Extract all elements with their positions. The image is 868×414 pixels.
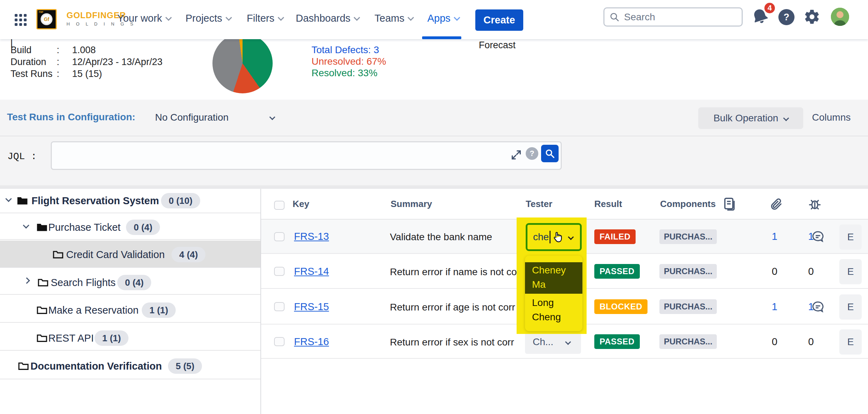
chevron-down-icon[interactable]	[568, 234, 574, 240]
defects-count[interactable]: 1	[800, 301, 821, 313]
nav-filters[interactable]: Filters	[247, 0, 282, 36]
chevron-down-icon[interactable]	[23, 222, 29, 228]
folder-outline-icon	[18, 361, 29, 370]
jql-input[interactable]	[51, 141, 562, 170]
settings-gear-icon[interactable]	[804, 8, 820, 25]
chevron-down-icon	[454, 14, 460, 21]
chevron-down-icon	[783, 115, 789, 121]
row-checkbox[interactable]	[274, 302, 285, 311]
test-steps-icon	[722, 197, 737, 211]
attachment-paperclip-icon	[769, 197, 783, 211]
nav-teams[interactable]: Teams	[374, 0, 412, 36]
result-badge[interactable]: BLOCKED	[594, 299, 648, 314]
build-row: Build:1.008	[10, 45, 96, 56]
count-badge: 4 (4)	[172, 247, 205, 262]
col-components[interactable]: Components	[660, 199, 716, 209]
summary-text: Return error if age is not corr	[390, 302, 524, 313]
chevron-right-icon[interactable]	[23, 277, 30, 284]
dropdown-option-long-cheng[interactable]: LongCheng	[525, 295, 582, 326]
issue-key-link[interactable]: FRS-13	[294, 231, 329, 242]
tree-item-make-a-reservation[interactable]: Make a Reservation 1 (1)	[0, 295, 260, 323]
tree-item-credit-card-validation[interactable]: Credit Card Validation 4 (4)	[0, 241, 260, 268]
attachments-count[interactable]: 0	[764, 336, 785, 348]
attachments-count[interactable]: 1	[764, 301, 785, 313]
user-avatar[interactable]	[831, 8, 849, 26]
nav-your-work[interactable]: Your work	[117, 0, 170, 36]
count-badge: 0 (4)	[117, 275, 151, 290]
attachments-count[interactable]: 0	[764, 266, 785, 277]
duration-row: Duration:12/Apr/23 - 13/Apr/23	[10, 57, 162, 67]
components-pill: PURCHAS...	[659, 299, 717, 314]
row-checkbox[interactable]	[274, 232, 285, 241]
folder-icon	[36, 222, 48, 231]
help-icon[interactable]: ?	[778, 9, 794, 25]
execute-button[interactable]: E	[839, 294, 862, 320]
defects-count[interactable]: 1	[800, 231, 821, 242]
nav-dashboards[interactable]: Dashboards	[296, 0, 358, 36]
tree-item-search-flights[interactable]: Search Flights 0 (4)	[0, 269, 260, 295]
folder-outline-icon	[37, 278, 49, 287]
components-pill: PURCHAS...	[659, 264, 717, 279]
result-badge[interactable]: PASSED	[594, 334, 640, 349]
jql-label: JQL :	[7, 151, 37, 162]
total-defects: Total Defects: 3	[312, 44, 386, 56]
build-value: 1.008	[72, 45, 96, 55]
chevron-down-icon	[165, 14, 172, 21]
issue-key-link[interactable]: FRS-14	[294, 266, 329, 277]
row-checkbox[interactable]	[274, 337, 285, 346]
global-search-input[interactable]: Search	[603, 7, 743, 27]
tree-item-flight-reservation-system[interactable]: Flight Reservation System 0 (10)	[0, 189, 260, 213]
chevron-down-icon[interactable]	[5, 195, 12, 202]
col-key[interactable]: Key	[293, 199, 309, 209]
issue-key-link[interactable]: FRS-16	[294, 336, 329, 348]
col-summary[interactable]: Summary	[391, 199, 432, 209]
tester-edit-input[interactable]: che	[526, 223, 582, 251]
hand-cursor-icon	[551, 231, 564, 243]
nav-apps[interactable]: Apps	[427, 0, 458, 36]
summary-text: Return error if sex is not corr	[390, 337, 524, 348]
count-badge: 0 (10)	[161, 193, 200, 208]
folder-outline-icon	[52, 250, 64, 259]
unresolved-defects: Unresolved: 67%	[312, 56, 386, 67]
col-tester[interactable]: Tester	[526, 199, 552, 209]
components-pill: PURCHAS...	[659, 334, 717, 349]
dropdown-option-cheney-ma[interactable]: CheneyMa	[525, 262, 582, 294]
create-button[interactable]: Create	[475, 9, 523, 31]
test-runs-row: Test Runs:15 (15)	[10, 69, 102, 79]
result-badge[interactable]: FAILED	[594, 229, 636, 244]
jql-search-button[interactable]	[541, 145, 559, 162]
jql-help-icon[interactable]: ?	[526, 147, 538, 160]
attachments-count[interactable]: 1	[764, 231, 785, 242]
defects-summary: Total Defects: 3 Unresolved: 67% Resolve…	[312, 44, 386, 79]
columns-button[interactable]: Columns	[812, 112, 850, 123]
tree-item-documentation-verification[interactable]: Documentation Verification 5 (5)	[0, 351, 260, 379]
col-result[interactable]: Result	[594, 199, 622, 209]
select-all-checkbox[interactable]	[274, 201, 285, 210]
logo-monogram: Gf	[41, 13, 52, 25]
bulk-operation-button[interactable]: Bulk Operation	[698, 107, 803, 129]
issue-key-link[interactable]: FRS-15	[294, 301, 329, 313]
config-label: Test Runs in Configuration:	[7, 112, 135, 123]
execute-button[interactable]: E	[839, 259, 862, 284]
test-repository-tree: Flight Reservation System 0 (10) Purchas…	[0, 189, 260, 414]
execute-button[interactable]: E	[839, 224, 862, 250]
expand-icon[interactable]	[510, 149, 522, 161]
chevron-down-icon[interactable]	[270, 114, 274, 121]
app-switcher-icon[interactable]	[15, 14, 28, 26]
defects-count[interactable]: 0	[800, 336, 821, 348]
test-runs-value: 15 (15)	[72, 69, 102, 79]
forecast-label: Forecast	[479, 40, 516, 51]
tree-item-purchase-ticket[interactable]: Purchase Ticket 0 (4)	[0, 214, 260, 240]
resolved-defects: Resolved: 33%	[312, 67, 386, 79]
jql-bar: JQL : ?	[0, 136, 868, 185]
defects-count[interactable]: 0	[800, 266, 821, 277]
brand-logo[interactable]: 79F Gf	[36, 9, 57, 29]
row-checkbox[interactable]	[274, 267, 285, 276]
execute-button[interactable]: E	[839, 329, 862, 355]
result-badge[interactable]: PASSED	[594, 264, 640, 279]
tree-item-rest-api[interactable]: REST API 1 (1)	[0, 323, 260, 351]
configuration-select[interactable]: No Configuration	[155, 112, 229, 123]
test-runs-pie-chart	[212, 39, 273, 93]
nav-projects[interactable]: Projects	[186, 0, 230, 36]
chevron-down-icon	[354, 14, 360, 21]
